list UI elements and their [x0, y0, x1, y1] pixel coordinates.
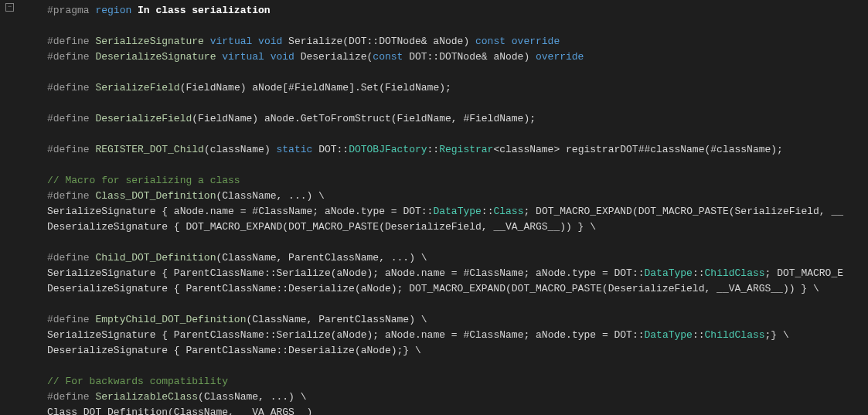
token: { [174, 221, 186, 233]
token: DataType [433, 206, 481, 217]
token: DOT [318, 144, 336, 155]
token: registrarDOT [566, 144, 638, 155]
code-line[interactable]: DeserializeSignature { ParentClassName::… [0, 281, 868, 297]
fold-toggle-icon[interactable]: − [5, 3, 14, 12]
code-content[interactable] [17, 127, 868, 142]
code-content[interactable]: #define EmptyChild_DOT_Definition(ClassN… [17, 312, 868, 328]
token: . [355, 206, 361, 217]
code-content[interactable] [17, 235, 868, 250]
token: REGISTER_DOT_Child [95, 144, 203, 155]
token: aNode [361, 345, 391, 356]
token: . [566, 267, 572, 279]
code-line[interactable] [0, 235, 868, 250]
code-line[interactable]: #define EmptyChild_DOT_Definition(ClassN… [0, 312, 868, 328]
code-content[interactable]: SerializeSignature { ParentClassName::Se… [17, 266, 868, 281]
token: void [271, 51, 301, 63]
code-content[interactable] [17, 158, 868, 173]
code-line[interactable]: SerializeSignature { aNode.name = #Class… [0, 204, 868, 219]
code-line[interactable]: #define REGISTER_DOT_Child(className) st… [0, 142, 868, 158]
code-line[interactable]: − #pragma region In class serialization [0, 3, 868, 19]
code-line[interactable] [0, 297, 868, 312]
code-line[interactable] [0, 96, 868, 111]
token: ( [331, 267, 337, 279]
code-line[interactable]: #define DeserializeSignature virtual voi… [0, 49, 868, 65]
code-content[interactable]: #define SerializableClass(ClassName, ...… [17, 389, 868, 405]
token: aNode [385, 267, 415, 279]
code-line[interactable] [0, 65, 868, 80]
token: SerializeSignature [47, 329, 162, 341]
code-content[interactable]: #define DeserializeSignature virtual voi… [17, 49, 868, 65]
code-content[interactable]: #define DeserializeField(FieldName) aNod… [17, 111, 868, 127]
code-content[interactable]: SerializeSignature { ParentClassName::Se… [17, 328, 868, 343]
code-content[interactable]: DeserializeSignature { ParentClassName::… [17, 281, 868, 297]
code-line[interactable]: SerializeSignature { ParentClassName::Se… [0, 328, 868, 343]
token: . [204, 206, 210, 217]
code-line[interactable]: #define Child_DOT_Definition(ClassName, … [0, 250, 868, 266]
code-content[interactable]: DeserializeSignature { DOT_MACRO_EXPAND(… [17, 219, 868, 235]
code-editor[interactable]: − #pragma region In class serialization … [0, 0, 868, 415]
code-content[interactable]: Class_DOT_Definition(ClassName, __VA_ARG… [17, 405, 868, 415]
token: Serialize [277, 329, 331, 341]
token: = [596, 267, 614, 279]
code-line[interactable]: // For backwards compatibility [0, 374, 868, 389]
token: __VA_ARGS__ [717, 283, 783, 294]
token: ;} \ [765, 329, 789, 341]
token: #define [47, 82, 95, 94]
code-content[interactable] [17, 96, 868, 111]
code-content[interactable]: // Macro for serializing a class [17, 173, 868, 189]
token: ClassName [222, 190, 276, 202]
token: :: [276, 345, 288, 356]
token: ( [602, 283, 608, 294]
code-content[interactable] [17, 65, 868, 80]
code-line[interactable]: // Macro for serializing a class [0, 173, 868, 189]
code-line[interactable]: #define DeserializeField(FieldName) aNod… [0, 111, 868, 127]
token: :: [276, 283, 288, 294]
code-line[interactable] [0, 127, 868, 142]
code-content[interactable]: #pragma region In class serialization [17, 3, 868, 19]
token: ); [391, 283, 409, 294]
token: , ...) \ [379, 252, 427, 264]
code-line[interactable]: #define SerializeField(FieldName) aNode[… [0, 80, 868, 96]
code-content[interactable]: #define REGISTER_DOT_Child(className) st… [17, 142, 868, 158]
code-line[interactable]: DeserializeSignature { ParentClassName::… [0, 343, 868, 359]
token: , [228, 406, 240, 415]
token: SerializeSignature [47, 206, 162, 217]
token: DeserializeSignature [47, 221, 174, 233]
code-content[interactable]: #define SerializeSignature virtual void … [17, 34, 868, 49]
token: #define [47, 314, 95, 325]
code-content[interactable]: DeserializeSignature { ParentClassName::… [17, 343, 868, 359]
code-line[interactable]: DeserializeSignature { DOT_MACRO_EXPAND(… [0, 219, 868, 235]
token: Class_DOT_Definition [95, 190, 216, 202]
token: DeserializeSignature [47, 283, 174, 294]
code-content[interactable] [17, 359, 868, 374]
code-content[interactable]: #define Child_DOT_Definition(ClassName, … [17, 250, 868, 266]
code-line[interactable] [0, 359, 868, 374]
code-line[interactable]: #define SerializableClass(ClassName, ...… [0, 389, 868, 405]
token: > [553, 144, 566, 155]
code-content[interactable]: #define SerializeField(FieldName) aNode[… [17, 80, 868, 96]
token: const [475, 36, 512, 47]
token: DOT_MACRO_EXPAND [186, 221, 282, 233]
token: ClassName [204, 391, 258, 403]
code-line[interactable]: #define Class_DOT_Definition(ClassName, … [0, 189, 868, 204]
token: :: [421, 206, 434, 217]
code-line[interactable] [0, 158, 868, 173]
code-line[interactable] [0, 19, 868, 34]
token: name [210, 206, 234, 217]
token: { [162, 206, 174, 217]
code-content[interactable]: // For backwards compatibility [17, 374, 868, 389]
token: , [704, 283, 717, 294]
token: #define [47, 190, 95, 202]
code-content[interactable]: SerializeSignature { aNode.name = #Class… [17, 204, 868, 219]
token: SerializeSignature [95, 36, 209, 47]
token: ( [192, 113, 198, 124]
code-line[interactable]: SerializeSignature { ParentClassName::Se… [0, 266, 868, 281]
token: ParentClassName [186, 283, 276, 294]
code-content[interactable] [17, 19, 868, 34]
code-content[interactable]: #define Class_DOT_Definition(ClassName, … [17, 189, 868, 204]
code-line[interactable]: #define SerializeSignature virtual void … [0, 34, 868, 49]
token: :: [632, 329, 645, 341]
code-line[interactable]: Class_DOT_Definition(ClassName, __VA_ARG… [0, 405, 868, 415]
token: DOT_MACRO_PASTE [638, 206, 729, 217]
code-content[interactable] [17, 297, 868, 312]
